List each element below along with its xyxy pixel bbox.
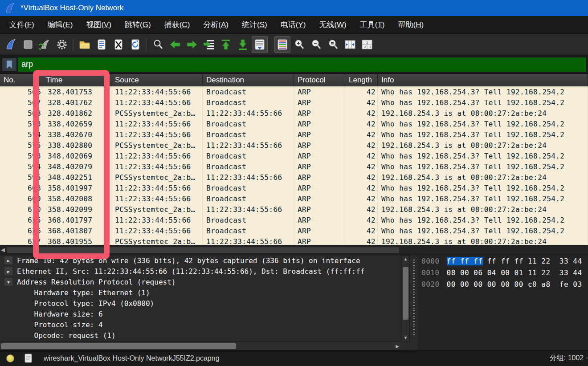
pane-splitter[interactable] xyxy=(410,255,418,350)
filter-bookmark-button[interactable] xyxy=(2,57,17,72)
details-hscrollbar[interactable]: ▶ xyxy=(0,342,401,350)
column-header-destination[interactable]: Destination xyxy=(203,74,294,86)
detail-line[interactable]: Protocol size: 4 xyxy=(0,319,401,330)
zoom-out-button[interactable] xyxy=(308,36,324,53)
expand-arrow-icon[interactable]: ▶ xyxy=(4,267,12,275)
detail-line[interactable]: Hardware type: Ethernet (1) xyxy=(0,287,401,298)
scroll-up-arrow-icon[interactable]: ▲ xyxy=(402,256,409,261)
cell-protocol: ARP xyxy=(294,150,345,161)
zoom-in-button[interactable] xyxy=(291,36,307,53)
stop-square-icon xyxy=(22,38,34,51)
menu-item-f[interactable]: 文件(F) xyxy=(3,16,41,34)
column-header-protocol[interactable]: Protocol xyxy=(294,74,345,86)
cell-no: 593 xyxy=(0,150,42,161)
packet-row[interactable]: 626368.40180711:22:33:44:55:66BroadcastA… xyxy=(0,225,588,236)
menu-item-c[interactable]: 捕获(C) xyxy=(158,16,197,34)
cell-destination: 11:22:33:44:55:66 xyxy=(203,108,294,118)
hex-row[interactable]: 0000ff ff ff ff ff ff 11 22 33 44 xyxy=(418,256,588,267)
column-header-length[interactable]: Length xyxy=(345,74,378,86)
packet-row[interactable]: 608358.40199711:22:33:44:55:66BroadcastA… xyxy=(0,183,588,193)
detail-line[interactable]: Hardware size: 6 xyxy=(0,309,401,319)
expand-arrow-icon[interactable]: ▶ xyxy=(4,256,12,264)
scroll-right-arrow-icon[interactable]: ▶ xyxy=(396,344,399,349)
goto-packet-button[interactable] xyxy=(201,36,217,53)
column-header-info[interactable]: Info xyxy=(378,74,588,86)
close-file-button[interactable] xyxy=(110,36,127,53)
packet-row[interactable]: 593348.40206911:22:33:44:55:66BroadcastA… xyxy=(0,150,588,161)
packet-row[interactable]: 610358.402099PCSSystemtec_2a:b…11:22:33:… xyxy=(0,204,588,215)
expert-info-icon[interactable] xyxy=(6,354,14,362)
scroll-down-arrow-icon[interactable]: ▼ xyxy=(402,335,409,340)
scroll-left-arrow-icon[interactable]: ◀ xyxy=(1,247,5,253)
hex-row[interactable]: 001008 00 06 04 00 01 11 22 33 44 xyxy=(418,267,588,278)
column-header-source[interactable]: Source xyxy=(111,74,203,86)
svg-text:3: 3 xyxy=(369,45,371,49)
hscroll-thumb[interactable] xyxy=(7,247,399,253)
first-packet-button[interactable] xyxy=(218,36,234,53)
detail-text: Frame 10: 42 bytes on wire (336 bits), 4… xyxy=(17,256,364,265)
packet-row[interactable]: 627368.401955PCSSystemtec_2a:b…11:22:33:… xyxy=(0,236,588,245)
packet-row[interactable]: 567328.40176211:22:33:44:55:66BroadcastA… xyxy=(0,97,588,108)
capture-options-button[interactable] xyxy=(54,36,70,53)
cell-destination: Broadcast xyxy=(203,97,294,108)
menu-item-g[interactable]: 跳转(G) xyxy=(118,16,158,34)
detail-line[interactable]: ▼Address Resolution Protocol (request) xyxy=(0,277,401,287)
cell-source: 11:22:33:44:55:66 xyxy=(111,118,203,129)
packet-row[interactable]: 595348.402251PCSSystemtec_2a:b…11:22:33:… xyxy=(0,172,588,183)
detail-line[interactable]: Protocol type: IPv4 (0x0800) xyxy=(0,298,401,309)
packet-list-hscrollbar[interactable]: ◀ xyxy=(0,245,588,255)
open-file-button[interactable] xyxy=(77,36,93,53)
packet-row[interactable]: 573338.40265911:22:33:44:55:66BroadcastA… xyxy=(0,118,588,129)
window-title: *VirtualBox Host-Only Network xyxy=(20,4,123,12)
zoom-reset-button[interactable] xyxy=(325,36,341,53)
menu-item-y[interactable]: 电话(Y) xyxy=(274,16,313,34)
details-vscrollbar[interactable]: ▲ ▼ xyxy=(401,255,410,342)
packet-row[interactable]: 625368.40179711:22:33:44:55:66BroadcastA… xyxy=(0,215,588,225)
packet-row[interactable]: 566328.40175311:22:33:44:55:66BroadcastA… xyxy=(0,86,588,97)
find-packet-button[interactable] xyxy=(150,36,166,53)
reload-file-button[interactable] xyxy=(127,36,143,53)
vscroll-thumb[interactable] xyxy=(403,267,408,320)
start-capture-button[interactable] xyxy=(3,36,19,53)
menu-item-v[interactable]: 视图(V) xyxy=(79,16,118,34)
menu-item-t[interactable]: 工具(T) xyxy=(353,16,392,34)
cell-time: 368.401797 xyxy=(42,215,111,225)
cell-length: 42 xyxy=(345,161,378,172)
packet-details-pane: ▶Frame 10: 42 bytes on wire (336 bits), … xyxy=(0,255,401,350)
auto-scroll-toggle[interactable] xyxy=(252,36,268,53)
detail-line[interactable]: Opcode: request (1) xyxy=(0,330,401,341)
packet-row[interactable]: 574338.40267011:22:33:44:55:66BroadcastA… xyxy=(0,129,588,140)
menu-item-e[interactable]: 编辑(E) xyxy=(41,16,80,34)
cell-no: 608 xyxy=(0,183,42,193)
packet-row[interactable]: 594348.40207911:22:33:44:55:66BroadcastA… xyxy=(0,161,588,172)
save-file-button[interactable] xyxy=(94,36,110,53)
packet-row[interactable]: 575338.402800PCSSystemtec_2a:b…11:22:33:… xyxy=(0,140,588,150)
layout-button[interactable]: 1 2 3 xyxy=(359,36,375,53)
cell-protocol: ARP xyxy=(294,140,345,150)
hscroll-thumb[interactable] xyxy=(1,343,236,349)
column-header-no[interactable]: No. xyxy=(0,74,42,86)
restart-fin-icon xyxy=(39,38,51,51)
restart-capture-button[interactable] xyxy=(37,36,53,53)
packet-row[interactable]: 609358.40200811:22:33:44:55:66BroadcastA… xyxy=(0,193,588,204)
menu-item-h[interactable]: 帮助(H) xyxy=(392,16,431,34)
resize-columns-button[interactable] xyxy=(342,36,358,53)
hex-row[interactable]: 002000 00 00 00 00 00 c0 a8 fe 03 xyxy=(418,279,588,290)
colorize-toggle[interactable] xyxy=(274,36,290,53)
column-header-time[interactable]: Time xyxy=(42,74,111,86)
display-filter-input[interactable]: arp xyxy=(18,57,586,72)
packet-row[interactable]: 568328.401862PCSSystemtec_2a:b…11:22:33:… xyxy=(0,108,588,118)
cell-time: 328.401862 xyxy=(42,108,111,118)
detail-line[interactable]: ▶Ethernet II, Src: 11:22:33:44:55:66 (11… xyxy=(0,266,401,277)
menu-item-w[interactable]: 无线(W) xyxy=(312,16,353,34)
next-packet-button[interactable] xyxy=(184,36,200,53)
last-packet-button[interactable] xyxy=(235,36,251,53)
collapse-arrow-icon[interactable]: ▼ xyxy=(4,278,12,286)
menu-item-a[interactable]: 分析(A) xyxy=(196,16,235,34)
capture-comment-icon[interactable] xyxy=(24,354,33,363)
cell-info: Who has 192.168.254.3? Tell 192.168.254.… xyxy=(378,97,588,108)
previous-packet-button[interactable] xyxy=(167,36,183,53)
stop-capture-button[interactable] xyxy=(20,36,36,53)
detail-line[interactable]: ▶Frame 10: 42 bytes on wire (336 bits), … xyxy=(0,255,401,266)
menu-item-s[interactable]: 统计(S) xyxy=(235,16,274,34)
